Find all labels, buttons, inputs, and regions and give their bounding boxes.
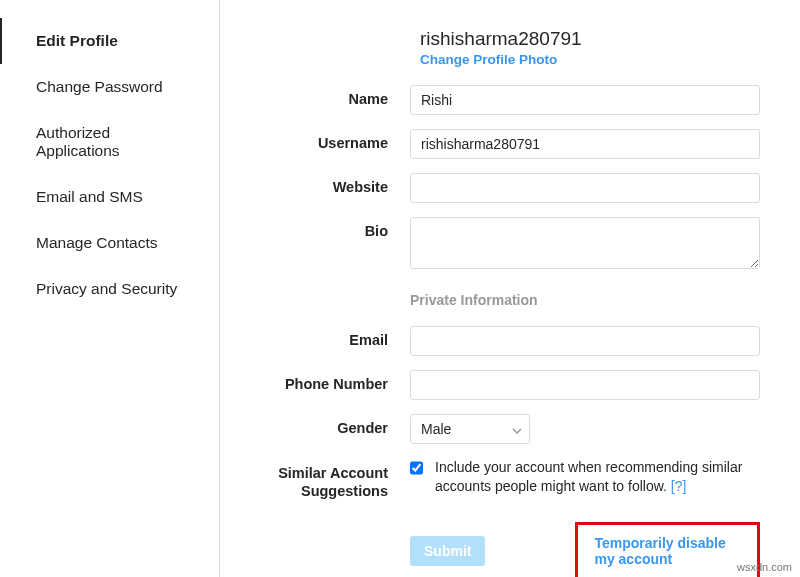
settings-sidebar: Edit Profile Change Password Authorized … [0,0,220,577]
learn-more-link[interactable]: [?] [671,478,687,494]
phone-label: Phone Number [260,370,410,392]
email-input[interactable] [410,326,760,356]
sidebar-item-authorized-applications[interactable]: Authorized Applications [0,110,219,174]
username-input[interactable] [410,129,760,159]
profile-username-heading: rishisharma280791 [420,28,760,50]
private-information-heading: Private Information [410,292,760,308]
phone-input[interactable] [410,370,760,400]
email-label: Email [260,326,410,348]
sidebar-item-edit-profile[interactable]: Edit Profile [0,18,219,64]
gender-label: Gender [260,414,410,436]
watermark-text: wsxdn.com [737,561,792,573]
name-input[interactable] [410,85,760,115]
website-input[interactable] [410,173,760,203]
similar-suggestions-text: Include your account when recommending s… [435,458,760,496]
temporarily-disable-account-link[interactable]: Temporarily disable my account [575,522,760,577]
sidebar-item-change-password[interactable]: Change Password [0,64,219,110]
similar-suggestions-label: Similar Account Suggestions [260,458,410,500]
gender-select[interactable]: Male [410,414,530,444]
username-label: Username [260,129,410,151]
sidebar-item-email-sms[interactable]: Email and SMS [0,174,219,220]
name-label: Name [260,85,410,107]
similar-suggestions-checkbox[interactable] [410,461,423,475]
sidebar-item-privacy-security[interactable]: Privacy and Security [0,266,219,312]
website-label: Website [260,173,410,195]
change-profile-photo-link[interactable]: Change Profile Photo [420,52,760,67]
bio-label: Bio [260,217,410,239]
sidebar-item-manage-contacts[interactable]: Manage Contacts [0,220,219,266]
edit-profile-form: rishisharma280791 Change Profile Photo N… [220,0,800,577]
submit-button[interactable]: Submit [410,536,485,566]
bio-textarea[interactable] [410,217,760,269]
